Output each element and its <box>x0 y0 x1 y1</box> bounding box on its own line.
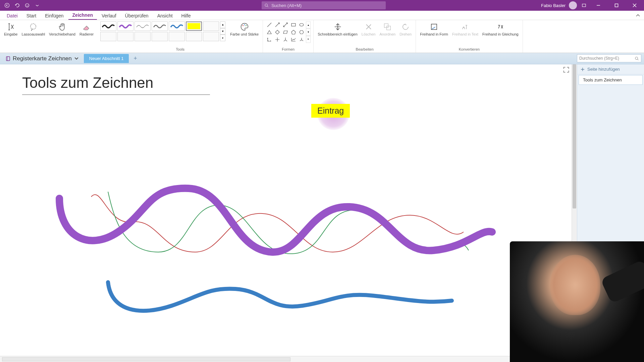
pen-black-thick[interactable] <box>100 21 116 31</box>
svg-point-17 <box>635 57 638 59</box>
user-name[interactable]: Fabio Basler <box>541 3 566 8</box>
svg-rect-6 <box>615 4 618 7</box>
gallery-down-icon[interactable]: ▼ <box>220 28 225 35</box>
touch-icon[interactable] <box>23 2 31 9</box>
pen-gray[interactable] <box>152 21 168 31</box>
notebook-name: Registerkarte Zeichnen <box>13 55 72 62</box>
loeschen-button: Löschen <box>360 21 377 37</box>
arrange-icon <box>383 22 392 32</box>
search-input[interactable] <box>271 3 383 8</box>
shape-double-arrow[interactable] <box>282 21 289 28</box>
shapes-up-icon[interactable]: ▲ <box>306 21 311 28</box>
pen-slot-12[interactable] <box>169 32 185 41</box>
gallery-up-icon[interactable]: ▲ <box>220 21 225 28</box>
farbe-button[interactable]: Farbe und Stärke <box>229 21 260 37</box>
shape-graph[interactable] <box>290 36 297 43</box>
pen-slot-7[interactable] <box>203 21 219 31</box>
shape-hexagon[interactable] <box>298 29 305 36</box>
global-search[interactable] <box>262 1 386 9</box>
section-tab[interactable]: Neuer Abschnitt 1 <box>84 54 129 63</box>
pen-slot-14[interactable] <box>203 32 219 41</box>
ribbon: Eingabe Lassoauswahl Verschiebehand Radi… <box>0 20 644 53</box>
group-tools-label: Tools <box>176 47 184 52</box>
horizontal-scrollbar[interactable] <box>2 357 290 361</box>
svg-rect-13 <box>384 24 388 28</box>
plus-icon <box>581 67 585 71</box>
svg-point-2 <box>26 5 27 5</box>
ink-to-text-icon <box>461 22 470 32</box>
palette-icon <box>240 22 249 32</box>
menu-start[interactable]: Start <box>22 11 41 20</box>
gallery-more-icon[interactable]: ▾ <box>220 35 225 41</box>
shape-axis-3d[interactable] <box>282 36 289 43</box>
pen-slot-11[interactable] <box>152 32 168 41</box>
shape-pentagon[interactable] <box>290 29 297 36</box>
shape-line[interactable] <box>266 21 273 28</box>
svg-point-4 <box>265 4 267 6</box>
ink-to-math-icon <box>496 22 505 32</box>
svg-rect-5 <box>582 4 586 7</box>
shape-rect[interactable] <box>290 21 297 28</box>
schreibbereich-button[interactable]: Schreibbereich einfügen <box>316 21 359 37</box>
canvas[interactable]: Tools zum Zeichnen Eintrag <box>0 64 572 356</box>
pen-purple[interactable] <box>117 21 133 31</box>
menu-hilfe[interactable]: Hilfe <box>177 11 195 20</box>
pen-slot-9[interactable] <box>117 32 133 41</box>
shape-parallelogram[interactable] <box>282 29 289 36</box>
close-button[interactable] <box>627 0 642 11</box>
pen-gallery: ▲ ▼ ▾ <box>100 21 225 41</box>
shape-diamond[interactable] <box>274 29 281 36</box>
pen-slot-8[interactable] <box>100 32 116 41</box>
menu-datei[interactable]: Datei <box>3 11 22 20</box>
add-page-button[interactable]: Seite hinzufügen <box>577 64 644 74</box>
group-shapes-label: Formen <box>282 47 294 52</box>
shape-graph-3d[interactable] <box>298 36 305 43</box>
shape-axis-xy[interactable] <box>266 36 273 43</box>
qat-more-icon[interactable] <box>34 2 41 9</box>
add-section-button[interactable]: + <box>131 55 139 62</box>
rotate-icon <box>401 22 410 32</box>
menu-einfuegen[interactable]: Einfügen <box>41 11 67 20</box>
maximize-button[interactable] <box>609 0 624 11</box>
text-cursor-icon <box>6 22 15 32</box>
verschieben-button[interactable]: Verschiebehand <box>48 21 77 37</box>
page-list-item[interactable]: Tools zum Zeichnen <box>579 75 643 85</box>
avatar[interactable] <box>569 1 577 9</box>
svg-point-12 <box>300 23 304 26</box>
shapes-more-icon[interactable]: ▾ <box>306 36 311 43</box>
freihand-text-button: Freihand in Text <box>451 21 480 37</box>
delete-icon <box>364 22 373 32</box>
pen-blue[interactable] <box>169 21 185 31</box>
menu-ansicht[interactable]: Ansicht <box>153 11 177 20</box>
scroll-thumb[interactable] <box>573 64 576 208</box>
menu-zeichnen[interactable]: Zeichnen <box>68 11 97 20</box>
ink-to-shape-icon <box>429 22 439 32</box>
pen-slot-10[interactable] <box>135 32 151 41</box>
back-icon[interactable] <box>3 2 11 9</box>
notebook-search[interactable]: Durchsuchen (Strg+E) <box>577 54 641 62</box>
ribbon-mode-icon[interactable] <box>580 2 588 9</box>
shape-arrow[interactable] <box>274 21 281 28</box>
lasso-button[interactable]: Lassoauswahl <box>20 21 46 37</box>
notebook-dropdown[interactable]: Registerkarte Zeichnen <box>3 55 81 63</box>
ink-layer <box>0 64 572 356</box>
shape-axis-2d[interactable] <box>274 36 281 43</box>
eingabe-button[interactable]: Eingabe <box>3 21 19 37</box>
freihand-form-button[interactable]: Freihand in Form <box>419 21 449 37</box>
radierer-button[interactable]: Radierer <box>78 21 95 37</box>
pen-black-thin[interactable] <box>135 21 151 31</box>
minimize-button[interactable] <box>591 0 606 11</box>
pen-slot-13[interactable] <box>186 32 202 41</box>
pen-highlighter-yellow[interactable] <box>186 21 202 31</box>
svg-point-9 <box>244 24 245 25</box>
collapse-ribbon-icon[interactable] <box>635 12 641 19</box>
shape-ellipse[interactable] <box>298 21 305 28</box>
shape-triangle[interactable] <box>266 29 273 36</box>
freihand-gleichung-button[interactable]: Freihand in Gleichung <box>481 21 520 37</box>
search-icon <box>264 3 269 8</box>
menu-ueberpruefen[interactable]: Überprüfen <box>121 11 153 20</box>
shapes-down-icon[interactable]: ▼ <box>306 28 311 36</box>
undo-icon[interactable] <box>13 2 21 9</box>
menu-verlauf[interactable]: Verlauf <box>98 11 120 20</box>
svg-rect-11 <box>291 23 296 26</box>
